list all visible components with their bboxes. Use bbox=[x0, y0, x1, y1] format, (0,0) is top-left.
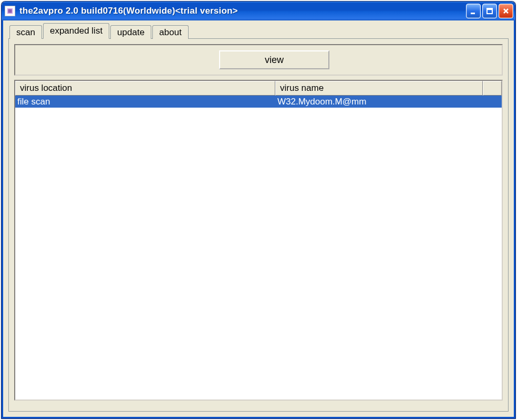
tab-strip: scan expanded list update about bbox=[9, 23, 509, 38]
column-spacer[interactable] bbox=[483, 81, 502, 96]
app-window: the2avpro 2.0 build0716(Worldwide)<trial… bbox=[1, 1, 516, 419]
tab-scan[interactable]: scan bbox=[9, 25, 42, 39]
svg-rect-4 bbox=[487, 8, 492, 10]
window-title: the2avpro 2.0 build0716(Worldwide)<trial… bbox=[19, 6, 466, 16]
list-body[interactable]: file scan W32.Mydoom.M@mm bbox=[15, 96, 502, 400]
svg-rect-1 bbox=[8, 9, 12, 13]
column-virus-location[interactable]: virus location bbox=[15, 81, 275, 96]
tab-expanded-list[interactable]: expanded list bbox=[43, 23, 109, 39]
list-header: virus location virus name bbox=[15, 81, 502, 96]
virus-list: virus location virus name file scan W32.… bbox=[14, 80, 503, 401]
list-row[interactable]: file scan W32.Mydoom.M@mm bbox=[15, 96, 502, 108]
cell-name: W32.Mydoom.M@mm bbox=[275, 96, 483, 108]
svg-rect-2 bbox=[471, 13, 475, 14]
tab-about[interactable]: about bbox=[152, 25, 189, 39]
app-icon bbox=[5, 6, 15, 16]
maximize-button[interactable] bbox=[482, 4, 497, 18]
minimize-button[interactable] bbox=[466, 4, 481, 18]
client-area: scan expanded list update about view vir… bbox=[2, 20, 515, 418]
titlebar[interactable]: the2avpro 2.0 build0716(Worldwide)<trial… bbox=[2, 2, 515, 20]
toolbar: view bbox=[14, 44, 503, 76]
cell-location: file scan bbox=[15, 96, 275, 108]
window-controls bbox=[466, 4, 513, 18]
close-button[interactable] bbox=[499, 4, 513, 18]
view-button[interactable]: view bbox=[219, 50, 329, 69]
tab-update[interactable]: update bbox=[110, 25, 151, 39]
column-virus-name[interactable]: virus name bbox=[275, 81, 483, 96]
tab-panel: view virus location virus name file scan… bbox=[8, 38, 509, 412]
